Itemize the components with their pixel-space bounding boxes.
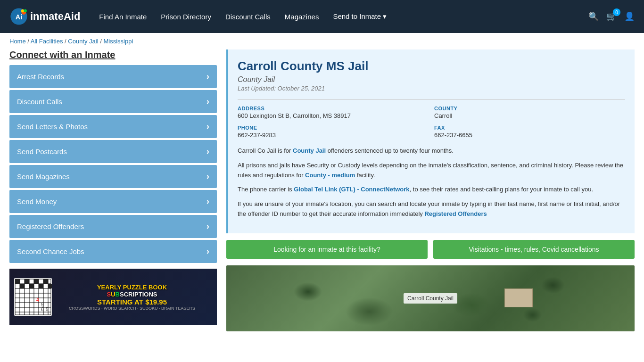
facility-content: Carroll County MS Jail County Jail Last … xyxy=(226,49,635,331)
svg-text:4: 4 xyxy=(36,297,39,303)
county-block: COUNTY Carroll xyxy=(434,106,625,119)
sidebar-advertisement[interactable]: 4 9 5 6 YEARLY PUZZLE BOOK SUBSCRIPTIONS… xyxy=(9,269,217,325)
ad-subtitle: SUBSCRIPTIONS xyxy=(69,291,195,298)
svg-text:5: 5 xyxy=(46,307,49,312)
facility-description: Carroll Co Jail is for County Jail offen… xyxy=(238,146,625,219)
desc-para-2: All prisons and jails have Security or C… xyxy=(238,161,625,181)
fax-label: FAX xyxy=(434,125,625,131)
svg-rect-27 xyxy=(39,284,43,288)
find-inmate-button[interactable]: Looking for an inmate at this facility? xyxy=(226,240,428,259)
facility-last-updated: Last Updated: October 25, 2021 xyxy=(238,85,625,92)
county-medium-link[interactable]: County - medium xyxy=(305,172,355,179)
ad-puzzle-graphic: 4 9 5 6 xyxy=(14,278,52,316)
ad-price: STARTING AT $19.95 xyxy=(69,298,195,306)
sidebar-arrow-icon: › xyxy=(206,222,209,231)
sidebar-item-send-magazines[interactable]: Send Magazines › xyxy=(9,165,217,188)
sidebar-title: Connect with an Inmate xyxy=(9,49,217,60)
svg-rect-23 xyxy=(34,279,39,284)
breadcrumb-county-jail[interactable]: County Jail xyxy=(68,38,98,45)
address-label: ADDRESS xyxy=(238,106,429,111)
nav-prison-directory[interactable]: Prison Directory xyxy=(161,13,211,21)
sidebar-arrow-icon: › xyxy=(206,72,209,82)
phone-label: PHONE xyxy=(238,125,429,131)
sidebar-item-send-money[interactable]: Send Money › xyxy=(9,190,217,213)
sidebar-item-send-postcards[interactable]: Send Postcards › xyxy=(9,140,217,163)
breadcrumb-sep1: / xyxy=(26,38,31,45)
facility-map[interactable]: Carroll County Jail xyxy=(226,265,635,331)
svg-rect-22 xyxy=(25,279,29,284)
user-icon[interactable]: 👤 xyxy=(624,11,635,22)
sidebar-item-label: Arrest Records xyxy=(17,73,64,81)
logo-text: inmateAid xyxy=(30,10,80,23)
main-nav: Find An Inmate Prison Directory Discount… xyxy=(99,12,588,21)
info-divider xyxy=(238,99,625,100)
address-value: 600 Lexington St B, Carrollton, MS 38917 xyxy=(238,112,429,119)
sidebar-item-discount-calls[interactable]: Discount Calls › xyxy=(9,90,217,113)
gtl-link[interactable]: Global Tel Link (GTL) - ConnectNetwork xyxy=(294,186,409,193)
sidebar-item-registered-offenders[interactable]: Registered Offenders › xyxy=(9,215,217,238)
phone-value: 662-237-9283 xyxy=(238,132,429,139)
breadcrumb-sep3: / xyxy=(99,38,104,45)
breadcrumb-all-facilities[interactable]: All Facilities xyxy=(31,38,63,45)
visitations-button[interactable]: Visitations - times, rules, Covid cancel… xyxy=(433,240,635,259)
svg-rect-26 xyxy=(29,284,34,288)
address-block: ADDRESS 600 Lexington St B, Carrollton, … xyxy=(238,106,429,119)
logo-icon: Ai xyxy=(9,7,28,26)
fax-value: 662-237-6655 xyxy=(434,132,625,139)
nav-send-to-inmate[interactable]: Send to Inmate ▾ xyxy=(333,12,387,21)
breadcrumb-state[interactable]: Mississippi xyxy=(103,38,133,45)
sidebar-arrow-icon: › xyxy=(206,97,209,107)
sidebar-arrow-icon: › xyxy=(206,172,209,181)
sidebar: Connect with an Inmate Arrest Records › … xyxy=(9,49,217,331)
logo[interactable]: Ai inmateAid xyxy=(9,7,80,26)
desc-para-3: The phone carrier is Global Tel Link (GT… xyxy=(238,185,625,195)
sidebar-item-label: Send Postcards xyxy=(17,148,67,156)
sidebar-item-label: Second Chance Jobs xyxy=(17,247,84,255)
cart-icon[interactable]: 🛒 0 xyxy=(606,11,617,22)
svg-text:Ai: Ai xyxy=(16,13,22,21)
breadcrumb-home[interactable]: Home xyxy=(9,38,26,45)
header-right: 🔍 🛒 0 👤 xyxy=(588,11,635,22)
sidebar-arrow-icon: › xyxy=(206,247,209,256)
map-building xyxy=(504,288,533,307)
sidebar-item-label: Send Money xyxy=(17,197,57,206)
svg-rect-24 xyxy=(43,279,48,284)
facility-name: Carroll County MS Jail xyxy=(238,59,625,74)
sidebar-item-label: Send Letters & Photos xyxy=(17,123,88,131)
nav-magazines[interactable]: Magazines xyxy=(285,13,319,21)
sidebar-item-second-chance-jobs[interactable]: Second Chance Jobs › xyxy=(9,240,217,263)
sidebar-item-label: Send Magazines xyxy=(17,173,70,181)
site-header: Ai inmateAid Find An Inmate Prison Direc… xyxy=(0,0,644,33)
breadcrumb-sep2: / xyxy=(63,38,68,45)
sidebar-arrow-icon: › xyxy=(206,197,209,206)
desc-para-1: Carroll Co Jail is for County Jail offen… xyxy=(238,146,625,156)
svg-point-4 xyxy=(24,9,26,12)
ad-title: YEARLY PUZZLE BOOK xyxy=(69,284,195,291)
fax-block: FAX 662-237-6655 xyxy=(434,125,625,139)
sidebar-arrow-icon: › xyxy=(206,147,209,156)
sidebar-item-label: Registered Offenders xyxy=(17,222,84,230)
nav-find-inmate[interactable]: Find An Inmate xyxy=(99,13,147,21)
sidebar-item-label: Discount Calls xyxy=(17,98,62,106)
facility-info-grid: ADDRESS 600 Lexington St B, Carrollton, … xyxy=(238,106,625,139)
ad-text-block: YEARLY PUZZLE BOOK SUBSCRIPTIONS STARTIN… xyxy=(69,284,195,311)
facility-type: County Jail xyxy=(238,75,625,84)
sidebar-menu: Arrest Records › Discount Calls › Send L… xyxy=(9,65,217,263)
svg-rect-25 xyxy=(20,284,25,288)
county-label: COUNTY xyxy=(434,106,625,111)
sidebar-item-arrest-records[interactable]: Arrest Records › xyxy=(9,65,217,88)
registered-offenders-link[interactable]: Registered Offenders xyxy=(424,210,487,217)
county-jail-link[interactable]: County Jail xyxy=(293,147,326,154)
ad-types: CROSSWORDS · WORD SEARCH · SUDOKU · BRAI… xyxy=(69,306,195,311)
phone-block: PHONE 662-237-9283 xyxy=(238,125,429,139)
nav-discount-calls[interactable]: Discount Calls xyxy=(225,13,271,21)
svg-rect-28 xyxy=(48,284,52,288)
sidebar-item-send-letters[interactable]: Send Letters & Photos › xyxy=(9,115,217,138)
breadcrumb: Home / All Facilities / County Jail / Mi… xyxy=(0,33,644,49)
facility-card: Carroll County MS Jail County Jail Last … xyxy=(226,49,635,233)
county-value: Carroll xyxy=(434,112,625,119)
search-icon[interactable]: 🔍 xyxy=(588,11,599,22)
main-layout: Connect with an Inmate Arrest Records › … xyxy=(0,49,644,341)
svg-rect-21 xyxy=(15,279,20,284)
desc-para-4: If you are unsure of your inmate's locat… xyxy=(238,199,625,219)
